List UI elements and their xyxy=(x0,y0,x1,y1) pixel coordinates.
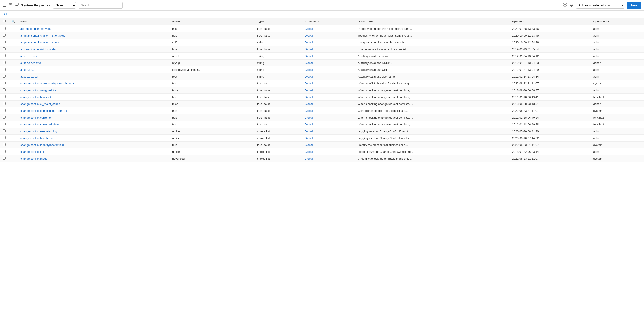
row-application: Global xyxy=(302,87,355,94)
row-application: Global xyxy=(302,148,355,155)
row-checkbox[interactable] xyxy=(3,129,6,132)
row-checkbox[interactable] xyxy=(3,136,6,139)
row-updated: 2018-08-28 03:13:51 xyxy=(510,100,591,107)
row-updated-by: admin xyxy=(591,25,644,32)
row-checkbox[interactable] xyxy=(3,88,6,91)
col-header-updated-by[interactable]: Updated by xyxy=(591,18,644,25)
row-updated-by: admin xyxy=(591,59,644,66)
row-updated: 2012-01-24 13:04:12 xyxy=(510,53,591,59)
row-value: true xyxy=(170,107,254,114)
row-value: notice xyxy=(170,148,254,155)
table-body: ais_enablemlframework false true | false… xyxy=(0,25,644,162)
all-link[interactable]: All xyxy=(4,12,6,16)
row-application: Global xyxy=(302,46,355,53)
row-search-cell xyxy=(9,100,18,107)
row-checkbox[interactable] xyxy=(3,68,6,71)
row-updated-by: admin xyxy=(591,46,644,53)
table-row: auxdb.db.url jdbc:mysql://localhost/ str… xyxy=(0,66,644,73)
row-name: change.conflict.handler.log xyxy=(18,135,170,142)
search-input[interactable] xyxy=(78,2,122,8)
row-application: Global xyxy=(302,142,355,148)
row-checkbox[interactable] xyxy=(3,116,6,119)
row-application: Global xyxy=(302,59,355,66)
row-checkbox[interactable] xyxy=(3,102,6,105)
row-value: root xyxy=(170,73,254,80)
row-checkbox[interactable] xyxy=(3,34,6,36)
row-search-cell xyxy=(9,32,18,39)
row-application: Global xyxy=(302,121,355,128)
actions-select[interactable]: Actions on selected rows... xyxy=(576,2,624,8)
row-type: true | false xyxy=(254,25,302,32)
row-checkbox[interactable] xyxy=(3,95,6,98)
table-wrapper: 🔍 Name ▲ Value Type Application xyxy=(0,18,644,162)
row-type: string xyxy=(254,59,302,66)
row-value: true xyxy=(170,94,254,100)
row-checkbox[interactable] xyxy=(3,47,6,50)
row-checkbox[interactable] xyxy=(3,61,6,64)
row-application: Global xyxy=(302,155,355,162)
row-checkbox-cell xyxy=(0,135,9,142)
select-all-header xyxy=(0,18,9,25)
row-type: choice list xyxy=(254,135,302,142)
table-row: auxdb.db.user root string Global Auxilia… xyxy=(0,73,644,80)
table-row: change.conflict.mode advanced choice lis… xyxy=(0,155,644,162)
row-description: When conflict checking for similar chang… xyxy=(355,80,510,87)
row-updated-by: felix.bait xyxy=(591,114,644,121)
row-updated-by: admin xyxy=(591,148,644,155)
row-description: Auxiliary database URL xyxy=(355,66,510,73)
table-row: change.conflict.assigned_to false true |… xyxy=(0,87,644,94)
gear-icon[interactable]: ⚙ xyxy=(570,3,573,8)
row-type: string xyxy=(254,53,302,59)
row-checkbox[interactable] xyxy=(3,40,6,43)
search-icon[interactable]: 🔍 xyxy=(12,20,15,23)
row-checkbox-cell xyxy=(0,121,9,128)
plus-icon[interactable] xyxy=(563,3,567,8)
row-checkbox[interactable] xyxy=(3,54,6,57)
row-updated-by: system xyxy=(591,107,644,114)
row-search-cell xyxy=(9,53,18,59)
row-value: true xyxy=(170,142,254,148)
col-header-updated[interactable]: Updated xyxy=(510,18,591,25)
row-description: When checking change request conflicts, … xyxy=(355,87,510,94)
row-checkbox[interactable] xyxy=(3,157,6,160)
row-name: angular.jsonp.inclusion_list.enabled xyxy=(18,32,170,39)
col-header-name[interactable]: Name ▲ xyxy=(18,18,170,25)
col-header-application[interactable]: Application xyxy=(302,18,355,25)
row-checkbox[interactable] xyxy=(3,143,6,146)
row-checkbox[interactable] xyxy=(3,150,6,153)
row-updated-by: system xyxy=(591,80,644,87)
row-value: false xyxy=(170,25,254,32)
row-type: true | false xyxy=(254,121,302,128)
row-checkbox[interactable] xyxy=(3,82,6,84)
row-checkbox[interactable] xyxy=(3,109,6,112)
col-header-type[interactable]: Type xyxy=(254,18,302,25)
row-type: true | false xyxy=(254,87,302,94)
row-application: Global xyxy=(302,39,355,46)
menu-icon[interactable]: ☰ xyxy=(3,3,6,8)
row-name: auxdb.db.rdbms xyxy=(18,59,170,66)
select-all-checkbox[interactable] xyxy=(3,20,6,22)
row-checkbox[interactable] xyxy=(3,75,6,78)
row-updated: 2011-01-18 06:49:34 xyxy=(510,114,591,121)
row-value: notice xyxy=(170,128,254,135)
row-description: When checking change request conflicts, … xyxy=(355,100,510,107)
comment-icon[interactable] xyxy=(15,3,18,7)
new-button[interactable]: New xyxy=(627,2,641,9)
table-row: change.conflict.allow_contiguous_changes… xyxy=(0,80,644,87)
col-header-description[interactable]: Description xyxy=(355,18,510,25)
row-description: When checking change request conflicts, … xyxy=(355,121,510,128)
row-name: change.conflict.currentwindow xyxy=(18,121,170,128)
row-application: Global xyxy=(302,94,355,100)
row-updated-by: admin xyxy=(591,100,644,107)
table-row: change.conflict.currentwindow true true … xyxy=(0,121,644,128)
row-checkbox[interactable] xyxy=(3,27,6,30)
col-header-value[interactable]: Value xyxy=(170,18,254,25)
row-checkbox[interactable] xyxy=(3,123,6,125)
row-checkbox-cell xyxy=(0,39,9,46)
row-search-cell xyxy=(9,73,18,80)
row-name: angular.jsonp.inclusion_list.urls xyxy=(18,39,170,46)
row-value: false xyxy=(170,87,254,94)
row-name: change.conflict.identifymostcritical xyxy=(18,142,170,148)
filter-select[interactable]: Name Value Type Application Description xyxy=(53,2,76,8)
filter-icon[interactable] xyxy=(9,3,12,7)
